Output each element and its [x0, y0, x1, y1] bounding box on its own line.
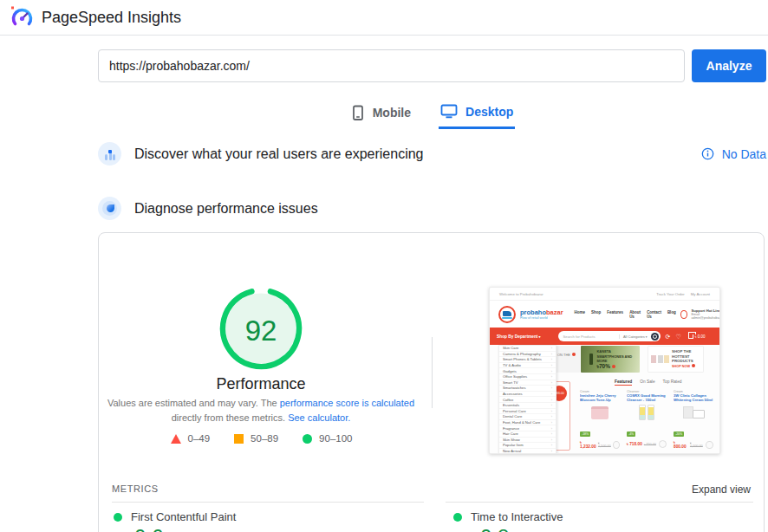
metrics-heading: METRICS — [112, 483, 159, 494]
thumb-category-item: Smart TV — [499, 380, 556, 386]
desktop-icon — [440, 104, 458, 119]
thumb-category-item: Skin Show — [499, 438, 556, 444]
calculated-link[interactable]: performance score is calculated — [280, 398, 414, 408]
thumb-product-tabs: Featured On Sale Top Rated — [615, 380, 681, 386]
score-disclaimer: Values are estimated and may vary. The p… — [99, 396, 423, 425]
thumb-nav-item: About Us — [629, 310, 641, 319]
tab-mobile[interactable]: Mobile — [349, 100, 413, 129]
thumb-tagline: Flow of retail world — [520, 316, 563, 320]
tab-desktop[interactable]: Desktop — [439, 100, 515, 129]
device-tabs: Mobile Desktop — [98, 100, 766, 129]
thumb-cart-icon — [688, 334, 693, 339]
thumb-topbar: Welcome to Probahobazar Track Your Order… — [490, 288, 719, 301]
score-legend: 0–49 50–89 90–100 — [133, 433, 389, 444]
calculator-link[interactable]: See calculator. — [288, 412, 350, 423]
metric-tti: Time to Interactive — [453, 510, 563, 523]
thumb-brand: probahobazar — [520, 309, 563, 316]
metric-tti-value: 0.8 s — [480, 525, 525, 532]
thumb-category-item: New Arrival — [499, 449, 556, 454]
thumb-cart: ৳ 0.00 — [688, 334, 706, 339]
thumb-category-item: Smart Phones & Tablets — [499, 357, 556, 363]
thumb-my-account: My Account — [691, 292, 710, 296]
thumb-site-logo — [498, 306, 516, 323]
thumb-product-card: Cleanser COSRX Good Morning Cleanser - 1… — [627, 390, 667, 449]
metric-name: Time to Interactive — [471, 510, 563, 523]
pagespeed-logo-icon — [10, 6, 34, 29]
thumb-category-item: Dental Care — [499, 414, 556, 420]
thumb-product-card: Cream Innisfree Jeju Cherry Blossom Tone… — [580, 390, 620, 449]
no-data-badge[interactable]: No Data — [701, 147, 766, 161]
thumb-category-item: Foot, Hand & Nail Care — [499, 420, 556, 426]
score-value: 92 — [245, 315, 277, 347]
thumb-category-item: Popular Item — [499, 443, 556, 449]
metric-pass-dot — [453, 513, 462, 522]
url-form: Analyze — [98, 49, 766, 82]
thumb-department-dropdown: Shop By Department — [497, 334, 541, 339]
legend-item-fail: 0–49 — [171, 433, 211, 444]
thumb-support: Support Hot Line Email: admin@probahobaz… — [680, 308, 720, 320]
thumb-category-item: TV & Audio — [499, 363, 556, 369]
thumb-banner-right: SHOP THE HOTTEST PRODUCTS SHOP NOW — [648, 346, 704, 373]
diagnose-section-title: Diagnose performance issues — [134, 201, 318, 217]
thumb-category-item: Smartwatches — [499, 386, 556, 392]
performance-label: Performance — [153, 375, 369, 393]
thumb-category-menu: Skin CareCamera & PhotographySmart Phone… — [498, 345, 556, 454]
thumb-category-item: Accessories — [499, 392, 556, 398]
info-icon — [701, 147, 714, 160]
score-gauge[interactable]: 92 — [219, 287, 303, 370]
metric-pass-dot — [114, 513, 122, 522]
thumb-category-item: Fragrance — [499, 425, 556, 431]
thumb-category-item: Essentials — [499, 403, 556, 409]
thumb-wishlist-icon: ♡ — [675, 334, 680, 340]
pagespeed-insights-app: PageSpeed Insights Analyze Mobile De — [0, 0, 768, 532]
fail-triangle-icon — [171, 434, 181, 444]
legend-item-pass: 90–100 — [303, 433, 352, 444]
thumb-product-card: Cream 3W Clinic Collagen Whitening Cream… — [674, 390, 713, 449]
main-content: Analyze Mobile Desktop — [98, 36, 766, 532]
thumb-page-body: ON THE KANETA SMARTPHONES AND MORE ৳70% … — [490, 345, 720, 454]
legend-item-average: 50–89 — [234, 433, 278, 444]
lab-data-icon — [98, 197, 121, 220]
thumb-phone-icon — [680, 310, 688, 319]
thumb-banner-middle: KANETA SMARTPHONES AND MORE ৳70% — [581, 346, 640, 373]
mobile-icon — [351, 105, 365, 121]
thumb-site-header: probahobazar Flow of retail world HomeSh… — [490, 301, 719, 328]
thumb-nav-item: Home — [575, 310, 586, 319]
thumb-search-button — [651, 333, 659, 341]
thumb-nav-bar: Shop By Department Search for Products A… — [490, 328, 719, 345]
diagnose-section-header: Diagnose performance issues — [98, 197, 766, 220]
metrics-rule-right — [446, 502, 753, 503]
discover-section-header: Discover what your real users are experi… — [98, 142, 766, 165]
analyze-button[interactable]: Analyze — [692, 49, 766, 82]
thumb-search-bar: Search for Products All Categories — [558, 331, 661, 341]
app-header: PageSpeed Insights — [0, 0, 768, 36]
thumb-nav-item: Shop — [591, 310, 601, 319]
average-square-icon — [234, 434, 244, 444]
disclaimer-text-1: Values are estimated and may vary. The — [107, 398, 280, 408]
expand-view-button[interactable]: Expand view — [692, 483, 751, 496]
metric-fcp: First Contentful Paint — [114, 510, 236, 523]
thumb-product-grid: Cream Innisfree Jeju Cherry Blossom Tone… — [580, 390, 713, 449]
disclaimer-text-2: directly from these metrics. — [172, 412, 288, 423]
card-divider — [432, 337, 433, 408]
metrics-rule-left — [112, 502, 424, 503]
app-title: PageSpeed Insights — [42, 9, 181, 27]
thumb-category-item: Skin Care — [499, 346, 556, 352]
thumb-category-item: Camera & Photography — [499, 352, 556, 358]
no-data-label: No Data — [722, 147, 766, 161]
legend-range: 50–89 — [251, 433, 278, 444]
url-input[interactable] — [98, 49, 685, 82]
thumb-nav-item: Features — [607, 310, 623, 319]
thumb-category-item: Hair Care — [499, 431, 556, 438]
field-data-icon — [98, 142, 121, 165]
thumb-nav-item: Blog — [667, 310, 676, 319]
thumb-nav: HomeShopFeaturesAbout UsContact UsBlog — [575, 310, 676, 319]
thumb-compare-icon: ⟳ — [666, 334, 671, 340]
legend-range: 90–100 — [319, 433, 352, 444]
metric-name: First Contentful Paint — [131, 510, 236, 523]
pass-circle-icon — [303, 434, 312, 444]
metric-fcp-value: 0.6 s — [134, 525, 179, 532]
page-screenshot-thumbnail[interactable]: Welcome to Probahobazar Track Your Order… — [489, 287, 720, 454]
legend-range: 0–49 — [188, 433, 211, 444]
thumb-category-item: Office Supplies — [499, 374, 556, 380]
